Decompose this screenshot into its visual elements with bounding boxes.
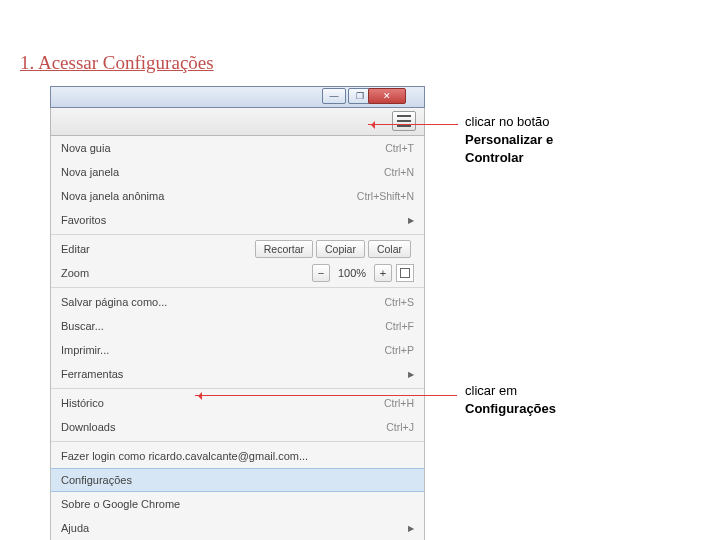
cut-button[interactable]: Recortar <box>255 240 313 258</box>
menu-label: Buscar... <box>61 320 385 332</box>
menu-separator <box>51 441 424 442</box>
zoom-in-button[interactable]: + <box>374 264 392 282</box>
menu-item-zoom: Zoom − 100% + <box>51 261 424 285</box>
close-icon: ✕ <box>383 91 391 101</box>
shortcut: Ctrl+T <box>385 142 414 154</box>
annotation-hamburger: clicar no botãoPersonalizar eControlar <box>465 113 553 168</box>
dropdown-menu: Nova guiaCtrl+T Nova janelaCtrl+N Nova j… <box>50 136 425 540</box>
menu-item-bookmarks[interactable]: Favoritos▶ <box>51 208 424 232</box>
menu-item-find[interactable]: Buscar...Ctrl+F <box>51 314 424 338</box>
close-button[interactable]: ✕ <box>368 88 406 104</box>
menu-item-save-as[interactable]: Salvar página como...Ctrl+S <box>51 290 424 314</box>
paste-button[interactable]: Colar <box>368 240 411 258</box>
page-heading: 1. Acessar Configurações <box>20 52 214 74</box>
menu-label: Ajuda <box>61 522 402 534</box>
shortcut: Ctrl+J <box>386 421 414 433</box>
menu-item-about[interactable]: Sobre o Google Chrome <box>51 492 424 516</box>
menu-label: Imprimir... <box>61 344 385 356</box>
shortcut: Ctrl+S <box>385 296 414 308</box>
shortcut: Ctrl+Shift+N <box>357 190 414 202</box>
menu-label: Favoritos <box>61 214 402 226</box>
window-titlebar: — ❐ ✕ <box>50 86 425 108</box>
menu-item-login[interactable]: Fazer login como ricardo.cavalcante@gmai… <box>51 444 424 468</box>
menu-item-tools[interactable]: Ferramentas▶ <box>51 362 424 386</box>
menu-item-help[interactable]: Ajuda▶ <box>51 516 424 540</box>
menu-label: Histórico <box>61 397 384 409</box>
shortcut: Ctrl+F <box>385 320 414 332</box>
arrow-to-hamburger <box>368 124 458 125</box>
menu-label: Sobre o Google Chrome <box>61 498 414 510</box>
minimize-button[interactable]: — <box>322 88 346 104</box>
fullscreen-button[interactable] <box>396 264 414 282</box>
annotation-line: Controlar <box>465 150 524 165</box>
shortcut: Ctrl+H <box>384 397 414 409</box>
chevron-right-icon: ▶ <box>408 216 414 225</box>
chevron-right-icon: ▶ <box>408 524 414 533</box>
annotation-line: clicar no botão <box>465 114 550 129</box>
menu-separator <box>51 388 424 389</box>
browser-window: — ❐ ✕ Nova guiaCtrl+T Nova janelaCtrl+N … <box>50 86 425 540</box>
menu-item-new-window[interactable]: Nova janelaCtrl+N <box>51 160 424 184</box>
menu-label: Nova janela <box>61 166 384 178</box>
shortcut: Ctrl+P <box>385 344 414 356</box>
menu-separator <box>51 234 424 235</box>
menu-item-print[interactable]: Imprimir...Ctrl+P <box>51 338 424 362</box>
hamburger-button[interactable] <box>392 111 416 131</box>
annotation-line: clicar em <box>465 383 517 398</box>
menu-label: Configurações <box>61 474 414 486</box>
menu-label: Zoom <box>61 267 312 279</box>
menu-label: Nova janela anônima <box>61 190 357 202</box>
annotation-settings: clicar emConfigurações <box>465 382 556 418</box>
menu-label: Downloads <box>61 421 386 433</box>
hamburger-icon <box>397 115 411 117</box>
menu-item-incognito[interactable]: Nova janela anônimaCtrl+Shift+N <box>51 184 424 208</box>
shortcut: Ctrl+N <box>384 166 414 178</box>
arrow-to-settings <box>195 395 457 396</box>
zoom-out-button[interactable]: − <box>312 264 330 282</box>
menu-label: Salvar página como... <box>61 296 385 308</box>
menu-item-settings[interactable]: Configurações <box>51 468 424 492</box>
menu-label: Fazer login como ricardo.cavalcante@gmai… <box>61 450 414 462</box>
menu-item-new-tab[interactable]: Nova guiaCtrl+T <box>51 136 424 160</box>
menu-separator <box>51 287 424 288</box>
menu-item-downloads[interactable]: DownloadsCtrl+J <box>51 415 424 439</box>
annotation-line: Personalizar e <box>465 132 553 147</box>
chevron-right-icon: ▶ <box>408 370 414 379</box>
menu-label: Ferramentas <box>61 368 402 380</box>
copy-button[interactable]: Copiar <box>316 240 365 258</box>
zoom-value: 100% <box>334 267 370 279</box>
minimize-icon: — <box>330 91 339 101</box>
annotation-line: Configurações <box>465 401 556 416</box>
maximize-icon: ❐ <box>356 91 364 101</box>
menu-label: Nova guia <box>61 142 385 154</box>
menu-item-edit: Editar Recortar Copiar Colar <box>51 237 424 261</box>
menu-label: Editar <box>61 243 255 255</box>
